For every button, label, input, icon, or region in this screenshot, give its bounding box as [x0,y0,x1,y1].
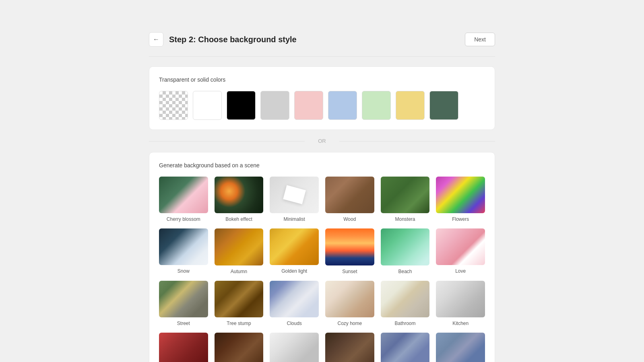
scene-item-bokeh-effect[interactable]: Bokeh effect [215,177,264,222]
color-swatch-darkgreen[interactable] [429,91,458,120]
scene-item-tree-stump[interactable]: Tree stump [215,281,264,326]
scene-thumb-beach [381,228,430,265]
scene-item-sunset[interactable]: Sunset [325,228,374,274]
scene-label-cherry-blossom: Cherry blossom [167,216,200,222]
back-icon: ← [153,36,159,43]
scene-item-golden-light[interactable]: Golden light [270,228,319,274]
scene-label-snow: Snow [178,268,190,274]
header-left: ← Step 2: Choose background style [149,32,297,47]
scene-item-row4d[interactable]: Soil [325,333,374,362]
scene-item-cherry-blossom[interactable]: Cherry blossom [159,177,208,222]
scene-item-clouds[interactable]: Clouds [270,281,319,326]
scene-item-flowers[interactable]: Flowers [436,177,485,222]
scene-thumb-cozy-home [325,281,374,317]
page-title: Step 2: Choose background style [169,35,297,44]
scene-thumb-kitchen [436,281,485,317]
scene-label-cozy-home: Cozy home [337,321,362,326]
colors-section-title: Transparent or solid colors [159,76,485,83]
scene-item-row4f[interactable]: Fabric [436,333,485,362]
scene-thumb-row4f [436,333,485,362]
scene-item-beach[interactable]: Beach [381,228,430,274]
colors-row [159,91,485,120]
scene-label-monstera: Monstera [395,216,415,222]
scene-thumb-row4a [159,333,208,362]
scene-item-kitchen[interactable]: Kitchen [436,281,485,326]
or-divider: OR [149,138,495,144]
scene-item-row4e[interactable]: Rose [381,333,430,362]
scene-label-bathroom: Bathroom [394,321,415,326]
color-swatch-black[interactable] [227,91,256,120]
scene-label-tree-stump: Tree stump [227,321,251,326]
scene-item-autumn[interactable]: Autumn [215,228,264,274]
scene-label-clouds: Clouds [287,321,301,326]
scene-thumb-clouds [270,281,319,317]
scene-thumb-autumn [215,228,264,265]
scene-thumb-snow [159,228,208,265]
scene-label-bokeh-effect: Bokeh effect [225,216,252,222]
page-header: ← Step 2: Choose background style Next [149,32,495,47]
scene-thumb-wood [325,177,374,213]
scenes-section: Generate background based on a scene Che… [149,152,495,362]
scene-thumb-golden-light [270,228,319,265]
scene-item-street[interactable]: Street [159,281,208,326]
scene-item-monstera[interactable]: Monstera [381,177,430,222]
color-swatch-lightgray[interactable] [260,91,289,120]
scene-item-row4c[interactable]: Table [270,333,319,362]
scene-item-bathroom[interactable]: Bathroom [381,281,430,326]
color-swatch-yellow[interactable] [396,91,425,120]
scene-thumb-row4e [381,333,430,362]
scene-label-flowers: Flowers [452,216,469,222]
scene-label-love: Love [455,268,466,274]
scenes-section-title: Generate background based on a scene [159,162,485,169]
scene-thumb-monstera [381,177,430,213]
scene-thumb-row4b [215,333,264,362]
scene-label-golden-light: Golden light [281,268,307,274]
header-divider [149,56,495,57]
scene-item-love[interactable]: Love [436,228,485,274]
scene-item-wood[interactable]: Wood [325,177,374,222]
scene-label-minimalist: Minimalist [283,216,305,222]
color-swatch-white[interactable] [193,91,222,120]
scene-thumb-cherry-blossom [159,177,208,213]
scene-item-row4a[interactable]: Vineyard [159,333,208,362]
scene-label-wood: Wood [343,216,356,222]
scene-thumb-street [159,281,208,317]
color-swatch-transparent[interactable] [159,91,188,120]
color-swatch-lightgreen[interactable] [362,91,391,120]
scene-thumb-bokeh-effect [215,177,264,213]
scene-item-minimalist[interactable]: Minimalist [270,177,319,222]
scene-thumb-flowers [436,177,485,213]
scene-thumb-bathroom [381,281,430,317]
scene-label-street: Street [177,321,190,326]
scene-label-beach: Beach [398,269,412,274]
scene-thumb-tree-stump [215,281,264,317]
scene-thumb-row4c [270,333,319,362]
next-button[interactable]: Next [465,33,495,46]
scene-thumb-minimalist [270,177,319,213]
color-swatch-pink[interactable] [294,91,323,120]
scenes-grid: Cherry blossomBokeh effectMinimalistWood… [159,177,485,362]
scene-label-kitchen: Kitchen [452,321,469,326]
scene-thumb-row4d [325,333,374,362]
scene-label-sunset: Sunset [342,269,357,274]
scene-item-cozy-home[interactable]: Cozy home [325,281,374,326]
scene-item-snow[interactable]: Snow [159,228,208,274]
colors-section: Transparent or solid colors [149,66,495,130]
back-button[interactable]: ← [149,32,163,47]
scene-item-row4b[interactable]: Coffee [215,333,264,362]
scene-thumb-sunset [325,228,374,265]
scene-thumb-love [436,228,485,265]
scene-label-autumn: Autumn [231,269,247,274]
color-swatch-lightblue[interactable] [328,91,357,120]
